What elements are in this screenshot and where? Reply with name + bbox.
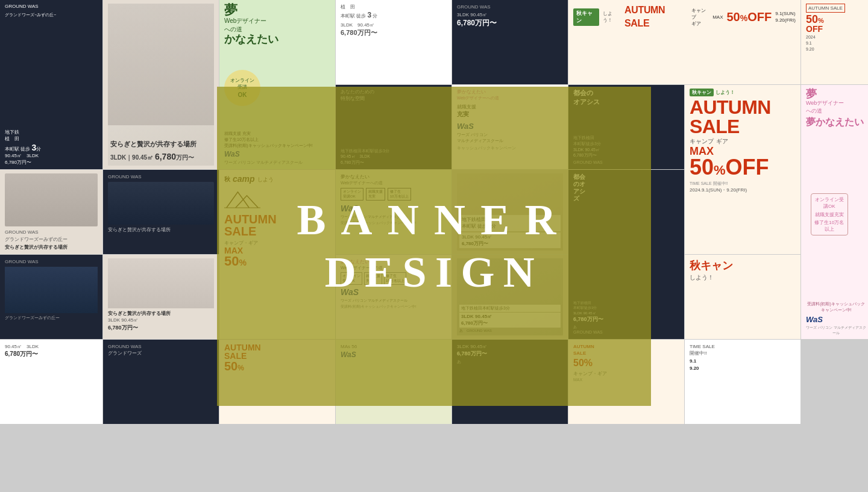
bg-cell-autumn-big: 秋キャン しよう！ AUTUMN SALE キャンプ ギア MAX 50%OFF… [685,85,800,254]
bg-cell-dark-r5: GROUND WAS グランドワーズ [103,340,219,424]
bg-cell-re-dark-1: GROUND WAS グランドワーズ−みずの丘− 地下鉄植 田本町駅 徒歩 3分… [0,0,102,169]
bg-cell-pink-sketch: 夢 Webデザイナーへの道 夢かなえたい オンライン受講OK 就職支援充実 修了… [801,85,868,339]
bg-cell-autumn-r5-1: 秋キャン しよう！ [685,255,800,339]
banner-design-title: BANNER DESIGN [297,194,571,298]
bg-cell-re-light-3: 安らぎと贅沢が共存する場所 3LDK 90.45㎡ 6,780万円〜 [103,255,219,339]
bg-cell-autumn-right: AUTUMN SALE 50% OFF 20249.19.20 [801,0,868,84]
bg-cell-white-1: 90.45㎡ 3LDK 6,780万円〜 [0,340,102,424]
bg-cell-re-dark-4: GROUND WAS 安らぎと贅沢が共存する場所 [103,170,219,254]
bg-cell-white-2: TIME SALE開催中!! 9.19.20 [685,340,800,424]
bg-cell-re-dark-5: GROUND WAS グランドワーズーみずの丘ー [0,255,102,339]
title-overlay: BANNER DESIGN [217,87,651,406]
bg-cell-autumn-top: 秋キャン しよう！ AUTUMN SALE キャンプギア MAX 50%OFF … [568,0,800,84]
bg-cell-re-dark-2: GROUND WAS 3LDK 90.45㎡6,780万円〜 [452,0,568,84]
bg-cell-re-light-2: GROUND WASグランドワーズーみずの丘ー 安らぎと贅沢が共存する場所 [0,170,102,254]
bg-cell-re-light-1: 安らぎと贅沢が共存する場所 3LDK｜90.45㎡ 6,780万円〜 [103,0,219,169]
bg-cell-re-top-3: 植 田本町駅 徒歩 3 分 3LDK 90.45㎡6,780万円〜 [336,0,451,84]
